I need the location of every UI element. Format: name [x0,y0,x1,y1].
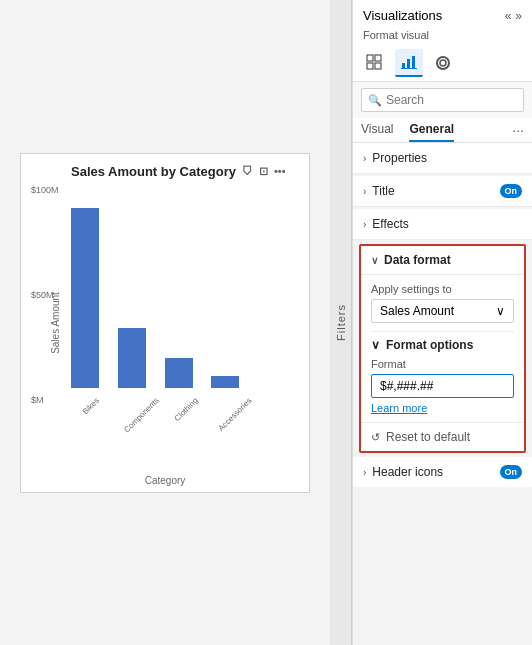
section-effects[interactable]: › Effects [353,209,532,240]
right-panel: Visualizations « » Format visual [352,0,532,645]
svg-point-9 [440,60,446,66]
title-toggle[interactable]: On [500,184,523,198]
search-box[interactable]: 🔍 [361,88,524,112]
apply-settings-label: Apply settings to [371,283,514,295]
bar-clothing [165,358,193,388]
collapse-icon[interactable]: « [505,9,512,23]
svg-rect-1 [375,55,381,61]
panel-scroll: › Properties › Title On › Effects ∨ Data… [353,143,532,645]
svg-rect-7 [401,68,417,69]
reset-icon: ↺ [371,431,380,444]
y-label-bot: $M [31,395,59,405]
bar-bikes [71,208,99,388]
panel-header-icons: « » [505,9,522,23]
data-format-section: ∨ Data format Apply settings to Sales Am… [359,244,526,453]
nav-tabs: Visual General ··· [353,118,532,143]
svg-rect-5 [407,59,410,69]
reset-row[interactable]: ↺ Reset to default [361,422,524,451]
svg-point-8 [437,57,449,69]
chevron-title: › [363,186,366,197]
data-format-header[interactable]: ∨ Data format [361,246,524,275]
format-tab-grid[interactable] [361,49,389,77]
chevron-effects: › [363,219,366,230]
data-format-body: Apply settings to Sales Amount ∨ ∨ Forma… [361,275,524,422]
expand-panel-icon[interactable]: » [515,9,522,23]
panel-header: Visualizations « » [353,0,532,27]
bar-components [118,328,146,388]
header-icons-label: Header icons [372,465,443,479]
format-tabs-row [353,45,532,82]
format-tab-bar[interactable] [395,49,423,77]
tab-visual[interactable]: Visual [361,118,393,142]
tab-general[interactable]: General [409,118,454,142]
chart-title-row: Sales Amount by Category ⛉ ⊡ ••• [71,164,299,179]
format-options-header[interactable]: ∨ Format options [371,331,514,358]
panel-title: Visualizations [363,8,442,23]
dropdown-value: Sales Amount [380,304,454,318]
properties-label: Properties [372,151,427,165]
apply-settings-dropdown[interactable]: Sales Amount ∨ [371,299,514,323]
svg-rect-3 [375,63,381,69]
chart-container: Sales Amount by Category ⛉ ⊡ ••• $100M $… [20,153,310,493]
filters-strip[interactable]: Filters [330,0,352,645]
y-label-top: $100M [31,185,59,195]
filter-icon[interactable]: ⛉ [242,165,253,177]
format-label: Format [371,358,514,370]
section-header-icons[interactable]: › Header icons On [353,457,532,487]
bar-chart: $100M $50M $M Bikes Components Clothing … [71,185,299,405]
expand-icon[interactable]: ⊡ [259,165,268,178]
bar-label-bikes: Bikes [81,396,101,416]
effects-label: Effects [372,217,408,231]
learn-more-link[interactable]: Learn more [371,402,514,414]
chart-area: Sales Amount by Category ⛉ ⊡ ••• $100M $… [0,0,330,645]
bar-label-clothing: Clothing [173,396,200,423]
search-input[interactable] [386,93,517,107]
bar-group-components: Components [109,328,154,405]
bar-group-clothing: Clothing [164,358,193,405]
chevron-properties: › [363,153,366,164]
dropdown-chevron: ∨ [496,304,505,318]
title-label: Title [372,184,394,198]
svg-rect-2 [367,63,373,69]
svg-rect-0 [367,55,373,61]
format-tab-donut[interactable] [429,49,457,77]
bar-label-accessories: Accessories [216,396,253,433]
chart-title: Sales Amount by Category [71,164,236,179]
section-properties[interactable]: › Properties [353,143,532,174]
header-icons-toggle[interactable]: On [500,465,523,479]
more-icon[interactable]: ••• [274,165,286,177]
chevron-header-icons: › [363,467,366,478]
section-title[interactable]: › Title On [353,176,532,207]
filters-label: Filters [335,304,347,341]
bar-group-accessories: Accessories [204,376,247,405]
search-icon: 🔍 [368,94,382,107]
bar-accessories [211,376,239,388]
chart-y-label: Sales Amount [50,292,61,354]
format-visual-label: Format visual [353,27,532,45]
format-options-label: Format options [386,338,473,352]
chevron-data-format: ∨ [371,255,378,266]
bar-group-bikes: Bikes [71,208,99,405]
data-format-label: Data format [384,253,451,267]
chevron-format-options: ∨ [371,338,380,352]
chart-x-label: Category [145,475,186,486]
format-input[interactable] [371,374,514,398]
bar-label-components: Components [122,396,160,434]
nav-tab-more[interactable]: ··· [512,122,524,138]
svg-rect-6 [412,56,415,69]
reset-label: Reset to default [386,430,470,444]
